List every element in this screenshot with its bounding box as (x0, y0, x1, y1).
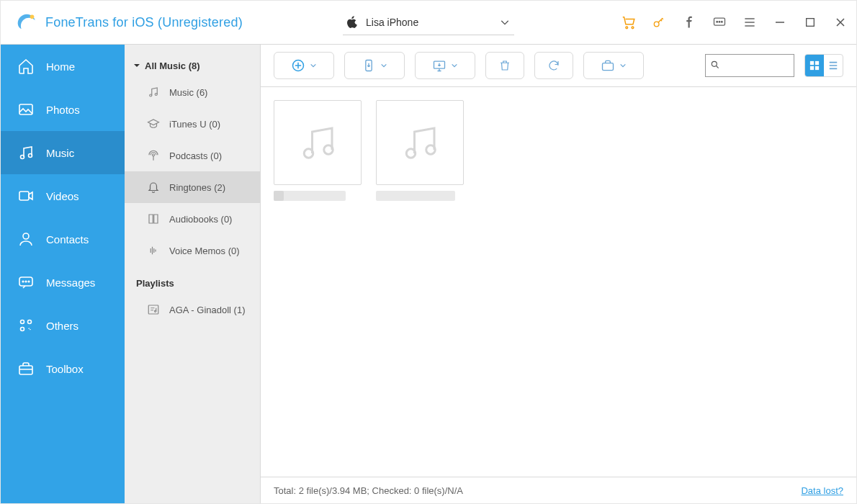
svg-rect-34 (815, 61, 819, 65)
svg-point-5 (717, 21, 718, 22)
feedback-icon[interactable] (711, 14, 728, 31)
svg-point-24 (155, 94, 157, 96)
nav-label: Home (46, 60, 75, 73)
close-button[interactable] (832, 14, 849, 31)
svg-point-10 (21, 156, 24, 159)
music-thumb-icon (376, 100, 464, 185)
svg-point-1 (626, 27, 628, 29)
nav-videos[interactable]: Videos (1, 174, 125, 217)
cat-music[interactable]: Music (6) (125, 76, 260, 108)
cat-label: Podcasts (0) (169, 150, 222, 161)
svg-point-25 (153, 154, 155, 156)
svg-point-0 (30, 14, 35, 19)
search-box[interactable] (705, 54, 794, 77)
cat-label: Voice Memos (0) (169, 246, 240, 256)
list-view-button[interactable] (824, 55, 843, 76)
svg-point-16 (25, 281, 27, 282)
chevron-down-icon (619, 62, 627, 69)
playlist-item[interactable]: AGA - Ginadoll (1) (125, 294, 260, 325)
toolbar (261, 45, 856, 87)
export-to-pc-button[interactable] (415, 52, 475, 79)
cat-voicememos[interactable]: Voice Memos (0) (125, 235, 260, 266)
waveform-icon (146, 243, 161, 258)
tile-caption (376, 191, 455, 201)
titlebar: FoneTrans for iOS (Unregistered) Lisa iP… (1, 1, 856, 45)
nav-home[interactable]: Home (1, 45, 125, 88)
cat-audiobooks[interactable]: Audiobooks (0) (125, 203, 260, 235)
device-name: Lisa iPhone (366, 17, 491, 28)
svg-point-15 (22, 281, 24, 282)
export-to-device-button[interactable] (344, 52, 405, 79)
svg-rect-35 (810, 66, 814, 70)
cat-label: Audiobooks (0) (169, 214, 232, 225)
apple-icon (346, 16, 359, 29)
svg-point-3 (654, 22, 659, 27)
main-panel: Total: 2 file(s)/3.94 MB; Checked: 0 fil… (261, 45, 856, 503)
search-input[interactable] (723, 60, 789, 72)
home-icon (17, 57, 35, 76)
others-icon (17, 316, 35, 335)
app-window: FoneTrans for iOS (Unregistered) Lisa iP… (0, 0, 857, 504)
music-categories-panel: All Music (8) Music (6) iTunes U (0) Pod… (125, 45, 261, 503)
nav-label: Music (46, 147, 74, 159)
app-logo-icon (14, 10, 38, 35)
svg-point-11 (29, 154, 32, 158)
nav-messages[interactable]: Messages (1, 261, 125, 304)
cat-ringtones[interactable]: Ringtones (2) (125, 171, 260, 203)
titlebar-actions (620, 14, 852, 31)
music-note-icon (146, 85, 161, 99)
nav-label: Messages (46, 276, 95, 289)
maximize-button[interactable] (802, 14, 819, 31)
photos-icon (17, 100, 35, 119)
ringtone-tile[interactable] (274, 100, 360, 201)
nav-label: Contacts (46, 233, 89, 246)
bell-icon (146, 180, 161, 194)
music-icon (17, 143, 35, 162)
svg-rect-26 (148, 305, 158, 314)
svg-point-21 (29, 328, 30, 330)
tile-caption (274, 191, 346, 201)
svg-point-20 (21, 328, 24, 331)
book-icon (146, 212, 161, 226)
cat-itunesu[interactable]: iTunes U (0) (125, 108, 260, 140)
status-bar: Total: 2 file(s)/3.94 MB; Checked: 0 fil… (261, 477, 856, 503)
view-switch (804, 54, 843, 77)
toolbox-dropdown-button[interactable] (583, 52, 644, 79)
ringtone-tile[interactable] (376, 100, 462, 201)
nav-others[interactable]: Others (1, 304, 125, 347)
nav-contacts[interactable]: Contacts (1, 217, 125, 261)
svg-rect-31 (603, 63, 614, 71)
add-button[interactable] (274, 52, 334, 79)
all-music-label: All Music (8) (145, 60, 200, 71)
menu-icon[interactable] (741, 14, 758, 31)
app-title: FoneTrans for iOS (Unregistered) (45, 15, 243, 30)
cat-label: Music (6) (169, 87, 207, 98)
svg-point-27 (155, 310, 156, 312)
facebook-icon[interactable] (681, 14, 698, 31)
videos-icon (17, 186, 35, 205)
svg-rect-22 (19, 366, 32, 374)
nav-toolbox[interactable]: Toolbox (1, 347, 125, 390)
contacts-icon (17, 230, 35, 248)
grid-view-button[interactable] (805, 55, 824, 76)
data-lost-link[interactable]: Data lost? (801, 485, 843, 496)
nav-photos[interactable]: Photos (1, 88, 125, 131)
cat-label: iTunes U (0) (169, 119, 220, 130)
search-icon (710, 60, 720, 72)
podcast-icon (146, 148, 161, 163)
delete-button[interactable] (485, 52, 524, 79)
key-icon[interactable] (650, 14, 668, 31)
all-music-header[interactable]: All Music (8) (125, 55, 260, 76)
body: Home Photos Music Videos (1, 45, 856, 503)
cart-icon[interactable] (620, 14, 637, 31)
playlist-icon (146, 302, 161, 317)
nav-music[interactable]: Music (1, 131, 125, 174)
chevron-down-icon (451, 62, 458, 69)
device-selector[interactable]: Lisa iPhone (343, 10, 514, 35)
playlist-label: AGA - Ginadoll (1) (169, 305, 246, 315)
refresh-button[interactable] (534, 52, 573, 79)
svg-point-6 (719, 21, 720, 22)
cat-podcasts[interactable]: Podcasts (0) (125, 140, 260, 171)
minimize-button[interactable] (771, 14, 789, 31)
sidebar-nav: Home Photos Music Videos (1, 45, 125, 503)
